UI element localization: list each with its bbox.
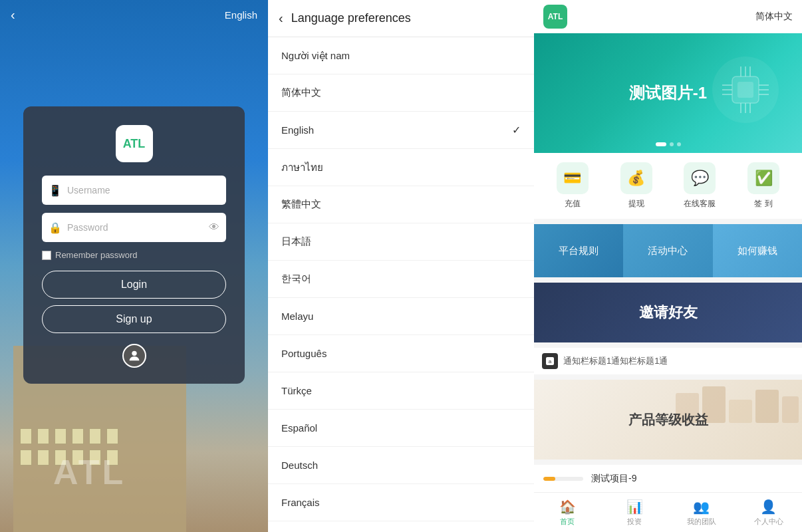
nav-label-3: 个人中心 [754,517,783,527]
banner-text: 测试图片-1 [629,82,707,104]
menu-grid-item-2[interactable]: 如何赚钱 [713,224,802,277]
nav-item-1[interactable]: 📊 投资 [601,499,668,527]
password-input[interactable] [67,222,209,233]
login-language-label[interactable]: English [225,9,257,21]
nav-item-3[interactable]: 👤 个人中心 [735,499,802,527]
banner-dot-1[interactable] [656,142,666,146]
lang-name-2: English [281,124,314,136]
svg-rect-21 [755,390,779,423]
password-input-row: 🔒 👁 [42,213,226,242]
language-item-4[interactable]: 繁體中文 [268,186,534,223]
password-icon: 🔒 [49,221,62,234]
nav-icon-0: 🏠 [559,499,576,515]
nav-icon-3: 👤 [760,499,777,515]
login-avatar [42,344,226,368]
project-progress-fill [543,477,555,481]
svg-rect-3 [737,82,753,98]
language-item-11[interactable]: Deutsch [268,447,534,484]
username-input-row: 📱 [42,176,226,205]
lang-name-0: Người việt nam [281,50,350,62]
quick-action-label-3: 签 到 [754,198,772,209]
login-back-icon[interactable]: ‹ [11,7,15,23]
eye-icon[interactable]: 👁 [209,221,219,233]
login-logo-container: ATL [42,125,226,162]
lang-checkmark-2: ✓ [512,124,521,136]
menu-grid-item-1[interactable]: 活动中心 [623,224,712,277]
remember-row: Remember password [42,250,226,260]
nav-icon-2: 👥 [693,499,710,515]
quick-action-3[interactable]: ✅ 签 到 [747,162,779,209]
product-banner-text: 产品等级收益 [628,411,708,429]
notice-icon: a [542,353,558,369]
bottom-nav: 🏠 首页 📊 投资 👥 我的团队 👤 个人中心 [534,492,802,532]
lang-name-4: 繁體中文 [281,198,321,211]
language-title: Language preferences [291,11,411,25]
language-list: Người việt nam 简体中文 English ✓ ภาษาไทย 繁體… [268,37,534,532]
language-item-10[interactable]: Español [268,410,534,447]
app-header: ATL 简体中文 [534,0,802,33]
nav-item-2[interactable]: 👥 我的团队 [668,499,735,527]
login-button[interactable]: Login [42,271,226,299]
quick-action-0[interactable]: 💳 充值 [557,162,589,209]
app-body: 测试图片-1 [534,33,802,492]
quick-action-2[interactable]: 💬 在线客服 [684,162,716,209]
app-current-lang[interactable]: 简体中文 [755,11,793,23]
language-item-8[interactable]: Português [268,335,534,372]
nav-item-0[interactable]: 🏠 首页 [534,499,601,527]
remember-label: Remember password [55,250,138,260]
notice-bar: a 通知栏标题1通知栏标题1通 [534,348,802,374]
product-banner[interactable]: 产品等级收益 [534,380,802,460]
language-item-1[interactable]: 简体中文 [268,74,534,112]
nav-label-1: 投资 [627,517,642,527]
quick-action-icon-3: ✅ [747,162,779,194]
menu-grid-item-0[interactable]: 平台规则 [534,224,623,277]
app-banner[interactable]: 测试图片-1 [534,33,802,153]
menu-grid: 平台规则活动中心如何赚钱 [534,224,802,277]
quick-action-label-0: 充值 [565,198,581,209]
language-item-6[interactable]: 한국어 [268,261,534,298]
login-top-bar: ‹ English [0,0,268,29]
lang-name-8: Português [281,348,327,359]
language-item-2[interactable]: English ✓ [268,112,534,149]
invite-text: 邀请好友 [639,303,698,323]
avatar-icon[interactable] [122,344,146,368]
invite-banner[interactable]: 邀请好友 [534,283,802,342]
language-item-0[interactable]: Người việt nam [268,37,534,74]
login-panel: ATL ‹ English ATL 📱 🔒 👁 Remember passwor… [0,0,268,532]
login-card: ATL 📱 🔒 👁 Remember password Login Sign u… [23,106,245,384]
remember-checkbox[interactable] [42,251,51,260]
language-item-9[interactable]: Türkçe [268,372,534,410]
login-logo: ATL [116,125,153,162]
quick-action-1[interactable]: 💰 提现 [620,162,652,209]
username-icon: 📱 [49,184,62,197]
lang-name-10: Español [281,422,317,434]
project-name: 测试项目-9 [591,473,636,485]
language-item-5[interactable]: 日本語 [268,223,534,261]
app-logo: ATL [543,5,567,29]
lang-name-12: Français [281,497,320,508]
nav-label-2: 我的团队 [687,517,716,527]
banner-dot-2[interactable] [670,142,674,146]
lang-name-9: Türkçe [281,385,312,396]
signup-button[interactable]: Sign up [42,305,226,333]
project-item[interactable]: 测试项目-9 [534,465,802,492]
language-item-7[interactable]: Melayu [268,298,534,335]
language-item-12[interactable]: Français [268,484,534,521]
lang-name-11: Deutsch [281,460,318,471]
lang-name-5: 日本語 [281,235,311,248]
username-input[interactable] [67,185,219,196]
banner-dot-3[interactable] [677,142,681,146]
language-item-3[interactable]: ภาษาไทย [268,149,534,186]
lang-name-6: 한국어 [281,273,311,285]
quick-actions: 💳 充值 💰 提现 💬 在线客服 ✅ 签 到 [534,153,802,219]
quick-action-label-2: 在线客服 [684,198,716,209]
language-back-icon[interactable]: ‹ [279,11,283,26]
lang-name-3: ภาษาไทย [281,160,323,176]
svg-rect-22 [782,396,799,423]
lang-name-1: 简体中文 [281,86,321,99]
svg-text:a: a [549,358,552,364]
quick-action-icon-1: 💰 [620,162,652,194]
lang-name-7: Melayu [281,311,313,322]
svg-rect-20 [729,400,752,423]
project-progress-bar [543,477,583,481]
